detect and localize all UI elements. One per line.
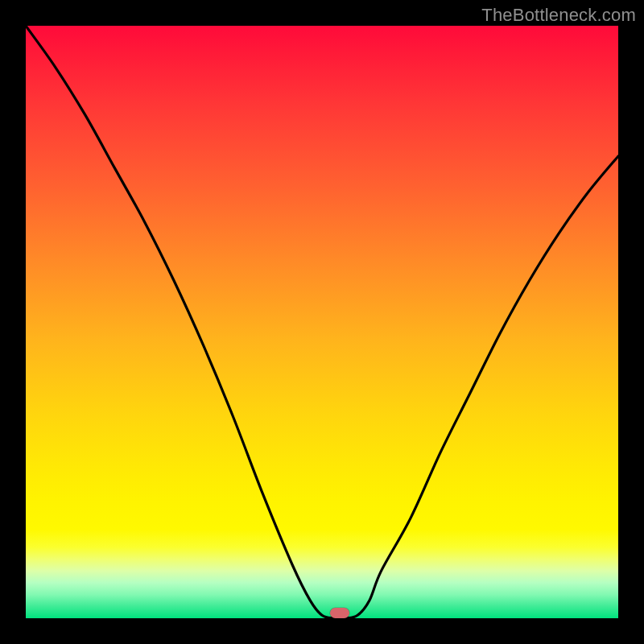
curve-layer xyxy=(26,26,618,618)
minimum-marker xyxy=(330,608,349,618)
chart-frame: TheBottleneck.com xyxy=(0,0,644,644)
plot-area xyxy=(26,26,618,618)
bottleneck-curve xyxy=(26,26,618,618)
watermark-text: TheBottleneck.com xyxy=(481,5,636,26)
